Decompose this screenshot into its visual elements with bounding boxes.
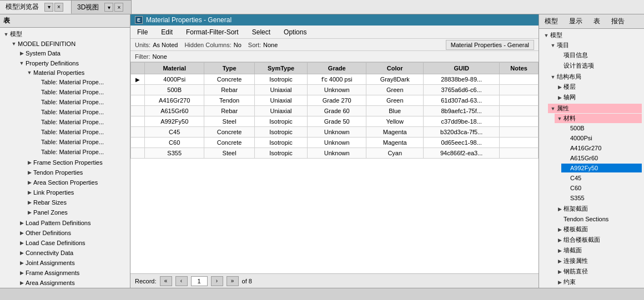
tree-label-jointassign[interactable]: ▶ Joint Assignments: [17, 258, 129, 267]
right-menu-report[interactable]: 报告: [609, 16, 627, 27]
rnode-label-c60[interactable]: C60: [561, 184, 642, 192]
table-row[interactable]: A992Fy50 Steel Isotropic Grade 50 Yellow…: [131, 116, 539, 127]
node-text-mp2: Table: Material Prope...: [41, 89, 104, 95]
right-menu-display[interactable]: 显示: [567, 16, 585, 27]
tree-label-modeldef[interactable]: ▼ MODEL DEFINITION: [9, 39, 129, 48]
pagination-last-btn[interactable]: »: [227, 276, 239, 286]
rnode-model: ▼ 模型 ▼ 项目 项目信息: [541, 30, 642, 288]
rnode-label-model[interactable]: ▼ 模型: [541, 30, 642, 40]
row-symtype: Uniaxial: [254, 95, 307, 106]
tree-label-mp1[interactable]: Table: Material Prope...: [32, 78, 129, 87]
tree-label-areasec[interactable]: ▶ Area Section Properties: [24, 178, 129, 187]
tree-label-mp3[interactable]: Table: Material Prope...: [32, 98, 129, 106]
th-notes[interactable]: Notes: [500, 63, 539, 74]
pagination-record-label: Record:: [135, 278, 157, 284]
th-material[interactable]: Material: [145, 63, 204, 74]
rnode-label-floors[interactable]: ▶ 楼层: [555, 82, 642, 91]
tree-node-mp2: Table: Material Prope...: [32, 87, 129, 97]
rnode-label-a416gr270[interactable]: A416Gr270: [561, 144, 642, 152]
tree-label-link[interactable]: ▶ Link Properties: [24, 188, 129, 197]
rnode-label-s355[interactable]: S355: [561, 194, 642, 202]
rnode-label-compfloorsec[interactable]: ▶ 组合楼板截面: [555, 235, 642, 245]
tree-label-model[interactable]: ▼ 模型: [1, 29, 129, 39]
table-row[interactable]: S355 Steel Isotropic Unknown Cyan 94c866…: [131, 148, 539, 159]
rnode-label-framesec-right[interactable]: ▶ 框架截面: [555, 204, 642, 213]
rnode-label-grid[interactable]: ▶ 轴网: [555, 93, 642, 102]
menu-options[interactable]: Options: [280, 27, 310, 37]
tab-model-browser[interactable]: 模型浏览器 ▾ ×: [0, 0, 72, 14]
tree-label-systemdata[interactable]: ▶ System Data: [17, 49, 129, 58]
tree-node-loadcase: ▶ Load Case Definitions: [17, 238, 129, 248]
rnode-label-c45[interactable]: C45: [561, 174, 642, 182]
tree-label-mp5[interactable]: Table: Material Prope...: [32, 118, 129, 126]
tree-label-connectivity[interactable]: ▶ Connectivity Data: [17, 248, 129, 257]
rnode-label-connprop[interactable]: ▶ 连接属性: [555, 256, 642, 266]
row-material: A416Gr270: [145, 95, 204, 106]
pagination-prev-btn[interactable]: ‹: [175, 276, 188, 286]
pagination-page-input[interactable]: [191, 276, 208, 286]
rnode-label-wallsec[interactable]: ▶ 墙截面: [555, 246, 642, 255]
table-row[interactable]: 500B Rebar Uniaxial Unknown Green 3765a6…: [131, 85, 539, 95]
table-row[interactable]: C60 Concrete Isotropic Unknown Magenta 0…: [131, 138, 539, 148]
tree-label-mp2[interactable]: Table: Material Prope...: [32, 88, 129, 96]
tree-label-framesec[interactable]: ▶ Frame Section Properties: [24, 158, 129, 167]
tree-node-systemdata: ▶ System Data: [17, 48, 129, 58]
filter-units-value: As Noted: [153, 42, 178, 48]
table-row[interactable]: C45 Concrete Isotropic Unknown Magenta b…: [131, 127, 539, 138]
rnode-text-a416gr270: A416Gr270: [570, 145, 601, 151]
tab-close-right[interactable]: ×: [114, 3, 123, 12]
menu-file[interactable]: File: [134, 27, 151, 37]
th-grade[interactable]: Grade: [308, 63, 366, 74]
rnode-label-steeldia[interactable]: ▶ 钢筋直径: [555, 267, 642, 276]
rnode-label-a992fy50[interactable]: A992Fy50: [561, 164, 642, 172]
tree-label-mp7[interactable]: Table: Material Prope...: [32, 138, 129, 146]
table-row[interactable]: A416Gr270 Tendon Uniaxial Grade 270 Gree…: [131, 95, 539, 106]
tree-label-tendon[interactable]: ▶ Tendon Properties: [24, 168, 129, 177]
th-guid[interactable]: GUID: [424, 63, 500, 74]
rnode-label-4000psi[interactable]: 4000Psi: [561, 134, 642, 143]
tree-label-mp6[interactable]: Table: Material Prope...: [32, 128, 129, 136]
tree-label-mp8[interactable]: Table: Material Prope...: [32, 148, 129, 156]
right-menu-table[interactable]: 表: [591, 16, 602, 27]
rnode-label-a615gr60[interactable]: A615Gr60: [561, 154, 642, 162]
menu-edit[interactable]: Edit: [158, 27, 176, 37]
th-symtype[interactable]: SymType: [254, 63, 307, 74]
tree-label-frameassign[interactable]: ▶ Frame Assignments: [17, 268, 129, 277]
rnode-label-designpref[interactable]: 设计首选项: [555, 61, 642, 70]
tab-minimize-left[interactable]: ▾: [44, 3, 53, 12]
pagination-next-btn[interactable]: ›: [211, 276, 223, 286]
menu-select[interactable]: Select: [249, 27, 274, 37]
tree-label-rebar[interactable]: ▶ Rebar Sizes: [24, 198, 129, 207]
tab-minimize-right[interactable]: ▾: [104, 3, 113, 12]
tree-label-matprops[interactable]: ▼ Material Properties: [24, 68, 129, 77]
rnode-text-compfloorsec: 组合楼板截面: [564, 236, 600, 244]
right-menu-model[interactable]: 模型: [542, 16, 560, 27]
rnode-label-materials[interactable]: ▼ 材料: [555, 114, 642, 123]
tree-label-propdefs[interactable]: ▼ Property Definitions: [17, 59, 129, 68]
tree-label-panel[interactable]: ▶ Panel Zones: [24, 208, 129, 217]
rnode-label-structure[interactable]: ▼ 结构布局: [548, 72, 642, 82]
rnode-label-props[interactable]: ▼ 属性: [548, 104, 642, 113]
rnode-label-500b[interactable]: 500B: [561, 124, 642, 133]
rnode-label-projinfo[interactable]: 项目信息: [555, 50, 642, 60]
tree-label-loadpat[interactable]: ▶ Load Pattern Definitions: [17, 218, 129, 227]
tree-node-modeldef: ▼ MODEL DEFINITION ▶ System Data: [9, 39, 129, 288]
right-panel-menu: 模型 显示 表 报告: [539, 14, 644, 29]
rnode-label-constraint[interactable]: ▶ 约束: [555, 277, 642, 287]
table-row[interactable]: ▶ 4000Psi Concrete Isotropic f'c 4000 ps…: [131, 74, 539, 85]
th-type[interactable]: Type: [204, 63, 254, 74]
tab-3d-view[interactable]: 3D视图 ▾ ×: [72, 0, 132, 14]
tab-close-left[interactable]: ×: [54, 3, 63, 12]
rexpand-constraint: ▶: [556, 278, 564, 286]
rnode-label-project[interactable]: ▼ 项目: [548, 40, 642, 50]
th-color[interactable]: Color: [366, 63, 424, 74]
tree-label-mp4[interactable]: Table: Material Prope...: [32, 108, 129, 116]
tree-label-areaassign[interactable]: ▶ Area Assignments: [17, 278, 129, 287]
pagination-first-btn[interactable]: «: [160, 276, 172, 286]
rnode-label-floorsec[interactable]: ▶ 楼板截面: [555, 225, 642, 234]
table-row[interactable]: A615Gr60 Rebar Uniaxial Grade 60 Blue 8b…: [131, 106, 539, 116]
menu-format-filter-sort[interactable]: Format-Filter-Sort: [183, 27, 242, 37]
tree-label-otherdefs[interactable]: ▶ Other Definitions: [17, 228, 129, 237]
rnode-label-tendonsec[interactable]: Tendon Sections: [555, 215, 642, 223]
tree-label-loadcase[interactable]: ▶ Load Case Definitions: [17, 238, 129, 247]
